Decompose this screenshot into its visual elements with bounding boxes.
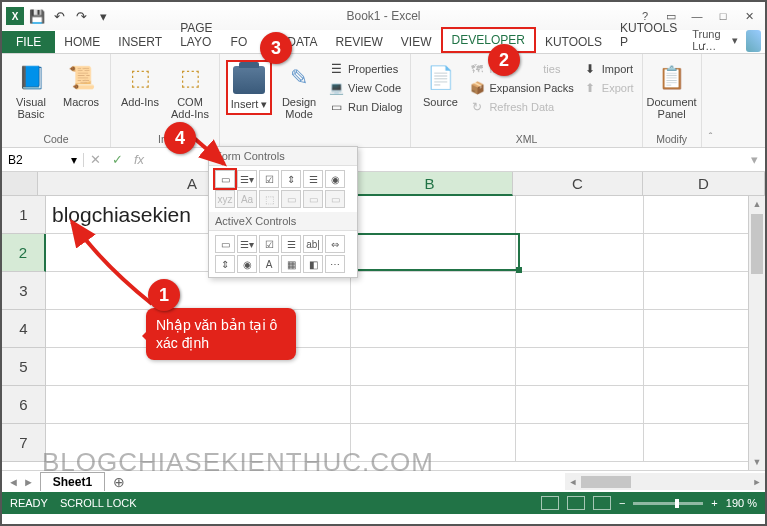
minimize-button[interactable]: — [685,6,709,26]
cell[interactable] [644,234,765,272]
zoom-slider[interactable] [633,502,703,505]
ax-combo-box[interactable]: ☰▾ [237,235,257,253]
ax-toggle[interactable]: ◧ [303,255,323,273]
tab-insert[interactable]: INSERT [109,31,171,53]
cell[interactable] [516,348,645,386]
cell[interactable] [516,386,645,424]
fx-button[interactable]: fx [128,152,150,167]
row-header[interactable]: 6 [2,386,46,424]
view-normal-button[interactable] [541,496,559,510]
cell[interactable] [351,196,515,234]
cell[interactable] [516,310,645,348]
form-option-control[interactable]: ◉ [325,170,345,188]
scroll-up-icon[interactable]: ▲ [753,196,762,212]
sheet-nav-prev[interactable]: ◄ [8,476,19,488]
form-button-control[interactable]: ▭ [215,170,235,188]
row-header[interactable]: 1 [2,196,46,234]
tab-file[interactable]: FILE [2,31,55,53]
refresh-data-button[interactable]: ↻Refresh Data [467,98,575,116]
worksheet[interactable]: ABCD 1234567 blogchiasekien ▲ ▼ [2,172,765,470]
row-header[interactable]: 5 [2,348,46,386]
view-page-break-button[interactable] [593,496,611,510]
qat-more[interactable]: ▾ [94,7,112,25]
cell[interactable] [516,234,645,272]
hscroll-thumb[interactable] [581,476,631,488]
ax-spin-button[interactable]: ⇕ [215,255,235,273]
tab-kutools[interactable]: KUTOOLS [536,31,611,53]
vertical-scrollbar[interactable]: ▲ ▼ [748,196,765,470]
form-spinner-control[interactable]: ⇕ [281,170,301,188]
scroll-thumb[interactable] [751,214,763,274]
ax-label[interactable]: A [259,255,279,273]
cell[interactable] [351,272,515,310]
tab-page-layout[interactable]: PAGE LAYO [171,17,221,53]
cell[interactable] [351,310,515,348]
maximize-button[interactable]: □ [711,6,735,26]
column-header[interactable]: C [513,172,643,196]
cancel-formula-button[interactable]: ✕ [84,152,106,167]
map-properties-button[interactable]: 🗺Map ties [467,60,575,78]
sheet-nav-next[interactable]: ► [23,476,34,488]
cell[interactable] [644,310,765,348]
cell[interactable] [351,386,515,424]
ax-scroll-bar[interactable]: ⇔ [325,235,345,253]
collapse-ribbon-button[interactable]: ˆ [702,54,720,147]
scroll-down-icon[interactable]: ▼ [753,454,762,470]
cell[interactable] [644,424,765,462]
ax-command-button[interactable]: ▭ [215,235,235,253]
close-button[interactable]: ✕ [737,6,761,26]
name-box-dropdown-icon[interactable]: ▾ [71,153,77,167]
select-all-button[interactable] [2,172,38,196]
user-dropdown-icon[interactable]: ▾ [732,34,738,47]
scroll-left-icon[interactable]: ◄ [565,477,581,487]
expand-formula-button[interactable]: ▾ [743,152,765,167]
view-code-button[interactable]: 💻View Code [326,79,404,97]
name-box[interactable]: B2▾ [2,153,84,167]
ax-more-controls[interactable]: ⋯ [325,255,345,273]
form-combo-control[interactable]: ☰▾ [237,170,257,188]
form-scrollbar-control[interactable]: ⬚ [259,190,279,208]
qat-save[interactable]: 💾 [28,7,46,25]
cell[interactable] [351,234,515,272]
cell[interactable] [644,196,765,234]
ax-list-box[interactable]: ☰ [281,235,301,253]
source-button[interactable]: 📄 Source [417,60,463,110]
ax-check-box[interactable]: ☑ [259,235,279,253]
row-header[interactable]: 4 [2,310,46,348]
form-control-x1[interactable]: ▭ [281,190,301,208]
ax-image[interactable]: ▦ [281,255,301,273]
qat-undo[interactable]: ↶ [50,7,68,25]
row-header[interactable]: 2 [2,234,46,272]
insert-controls-button[interactable]: Insert ▾ [226,60,272,115]
zoom-out-button[interactable]: − [619,497,625,509]
tab-kutools-plus[interactable]: KUTOOLS P [611,17,686,53]
macros-button[interactable]: 📜 Macros [58,60,104,110]
cell[interactable] [516,272,645,310]
tab-formulas[interactable]: FO [222,31,257,53]
cell[interactable] [644,348,765,386]
cell[interactable] [516,196,645,234]
addins-button[interactable]: ⬚ Add-Ins [117,60,163,110]
design-mode-button[interactable]: ✎ Design Mode [276,60,322,122]
row-header[interactable]: 3 [2,272,46,310]
cell[interactable] [644,386,765,424]
column-header[interactable]: D [643,172,765,196]
properties-button[interactable]: ☰Properties [326,60,404,78]
form-label-control[interactable]: Aa [237,190,257,208]
form-listbox-control[interactable]: ☰ [303,170,323,188]
cell[interactable] [644,272,765,310]
form-control-x3[interactable]: ▭ [325,190,345,208]
cell[interactable] [351,348,515,386]
tab-review[interactable]: REVIEW [327,31,392,53]
form-groupbox-control[interactable]: xyz [215,190,235,208]
expansion-packs-button[interactable]: 📦Expansion Packs [467,79,575,97]
run-dialog-button[interactable]: ▭Run Dialog [326,98,404,116]
ax-text-box[interactable]: ab| [303,235,323,253]
cell[interactable] [516,424,645,462]
enter-formula-button[interactable]: ✓ [106,152,128,167]
column-header[interactable]: B [347,172,513,196]
scroll-right-icon[interactable]: ► [749,477,765,487]
cell[interactable] [46,386,351,424]
import-button[interactable]: ⬇Import [580,60,636,78]
row-header[interactable]: 7 [2,424,46,462]
